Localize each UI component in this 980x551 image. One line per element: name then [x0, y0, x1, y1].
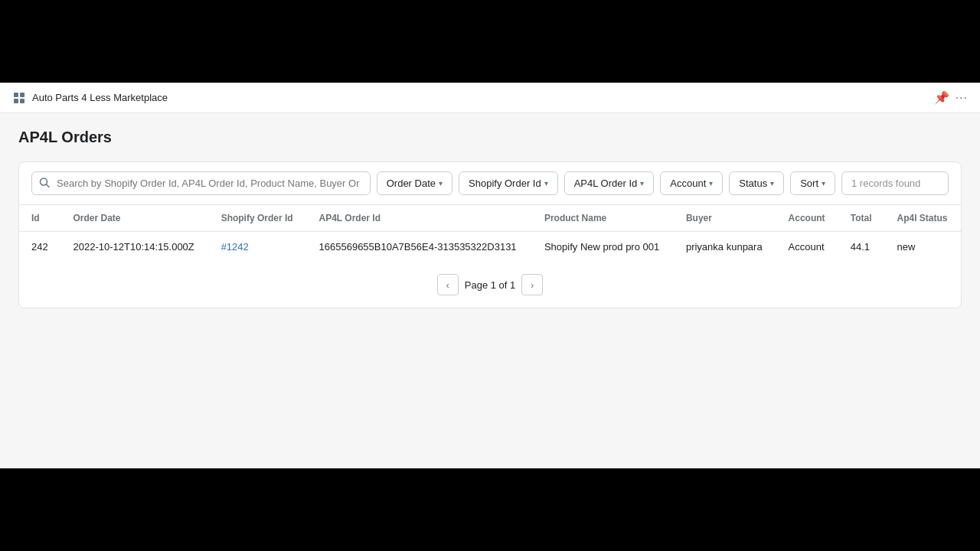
table-row: 242 2022-10-12T10:14:15.000Z #1242 16655…	[19, 232, 961, 262]
orders-table: Id Order Date Shopify Order Id AP4L Orde…	[19, 205, 961, 262]
chevron-down-icon: ▾	[770, 179, 774, 187]
col-header-buyer: Buyer	[674, 205, 776, 232]
svg-rect-0	[14, 93, 18, 97]
col-header-ap4l-order-id: AP4L Order Id	[307, 205, 532, 232]
next-icon: ›	[531, 279, 534, 291]
next-page-button[interactable]: ›	[521, 274, 543, 295]
svg-rect-2	[14, 99, 18, 103]
svg-line-5	[47, 184, 50, 187]
top-nav: Auto Parts 4 Less Marketplace 📌 ···	[0, 83, 980, 113]
nav-right: 📌 ···	[934, 90, 968, 105]
nav-title: Auto Parts 4 Less Marketplace	[32, 92, 168, 103]
col-header-order-date: Order Date	[61, 205, 209, 232]
col-header-id: Id	[19, 205, 61, 232]
filter-order-date-label: Order Date	[387, 178, 436, 189]
cell-order-date: 2022-10-12T10:14:15.000Z	[61, 232, 209, 262]
svg-rect-3	[20, 99, 24, 103]
filter-account-button[interactable]: Account ▾	[660, 171, 723, 195]
filter-status-button[interactable]: Status ▾	[729, 171, 784, 195]
search-input[interactable]	[31, 171, 371, 195]
filter-account-label: Account	[670, 178, 706, 189]
chevron-down-icon: ▾	[640, 179, 644, 187]
cell-id: 242	[19, 232, 61, 262]
col-header-account: Account	[776, 205, 838, 232]
nav-left: Auto Parts 4 Less Marketplace	[12, 91, 168, 105]
cell-total: 44.1	[838, 232, 885, 262]
orders-card: Order Date ▾ Shopify Order Id ▾ AP4L Ord…	[18, 161, 962, 308]
page-label: Page 1 of 1	[465, 279, 516, 291]
grid-icon	[12, 91, 26, 105]
search-wrapper	[31, 171, 371, 195]
cell-ap4l-status: new	[884, 232, 961, 262]
cell-account: Account	[776, 232, 838, 262]
filter-sort-label: Sort	[800, 178, 818, 189]
cell-buyer: priyanka kunpara	[674, 232, 776, 262]
filter-status-label: Status	[739, 178, 767, 189]
filter-order-date-button[interactable]: Order Date ▾	[377, 171, 452, 195]
cell-product-name: Shopify New prod pro 001	[532, 232, 674, 262]
svg-rect-1	[20, 93, 24, 97]
page-content: AP4L Orders Order Date ▾	[0, 113, 980, 324]
filter-ap4l-label: AP4L Order Id	[574, 178, 638, 189]
chevron-down-icon: ▾	[439, 179, 443, 187]
search-icon	[39, 177, 50, 190]
filter-sort-button[interactable]: Sort ▾	[790, 171, 835, 195]
records-found: 1 records found	[841, 171, 949, 195]
filter-ap4l-order-id-button[interactable]: AP4L Order Id ▾	[564, 171, 655, 195]
col-header-ap4l-status: Ap4l Status	[884, 205, 961, 232]
chevron-down-icon: ▾	[544, 179, 548, 187]
pin-icon[interactable]: 📌	[934, 90, 949, 105]
chevron-down-icon: ▾	[709, 179, 713, 187]
chevron-down-icon: ▾	[822, 179, 825, 187]
toolbar: Order Date ▾ Shopify Order Id ▾ AP4L Ord…	[19, 162, 961, 205]
prev-icon: ‹	[446, 279, 449, 291]
col-header-product-name: Product Name	[532, 205, 674, 232]
cell-ap4l-order-id: 1665569655B10A7B56E4-313535322D3131	[307, 232, 532, 262]
shopify-order-link[interactable]: #1242	[221, 241, 249, 253]
filter-shopify-order-id-button[interactable]: Shopify Order Id ▾	[459, 171, 558, 195]
col-header-shopify-order-id: Shopify Order Id	[209, 205, 307, 232]
filter-shopify-label: Shopify Order Id	[469, 178, 541, 189]
prev-page-button[interactable]: ‹	[437, 274, 459, 295]
page-title: AP4L Orders	[18, 129, 962, 146]
cell-shopify-order-id[interactable]: #1242	[209, 232, 307, 262]
pagination: ‹ Page 1 of 1 ›	[19, 262, 961, 308]
more-options-icon[interactable]: ···	[956, 91, 968, 105]
col-header-total: Total	[838, 205, 885, 232]
table-header-row: Id Order Date Shopify Order Id AP4L Orde…	[19, 205, 961, 232]
